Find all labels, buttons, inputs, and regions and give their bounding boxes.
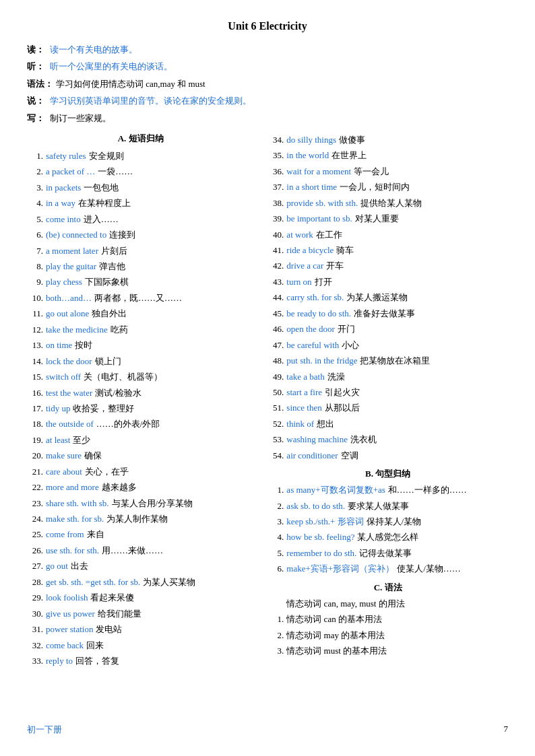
list-item: 39.be important to sb.对某人重要: [268, 211, 508, 226]
item-english: in a way: [46, 196, 75, 210]
grammar-text: 情态动词 may 的基本用法: [286, 628, 385, 642]
list-item: 51.since then从那以后: [268, 401, 508, 415]
item-chinese: 关（电灯、机器等）: [84, 370, 162, 384]
list-item: 1.as many+可数名词复数+as 和……一样多的……: [268, 483, 508, 497]
item-chinese: 为某人制作某物: [106, 512, 168, 526]
item-number: 35.: [268, 148, 286, 162]
item-english: be ready to do sth.: [286, 306, 351, 320]
list-item: 12.take the medicine吃药: [27, 322, 254, 337]
item-english: come from: [46, 527, 84, 541]
item-number: 31.: [27, 622, 46, 636]
list-item: 7.a moment later片刻后: [27, 244, 254, 258]
list-item: 34.do silly things做傻事: [268, 133, 508, 147]
item-chinese: 确保: [84, 448, 102, 462]
item-english: go out: [46, 559, 68, 573]
item-chinese: 等一会儿: [354, 164, 389, 178]
item-number: 1.: [268, 483, 286, 497]
list-item: 44.carry sth. for sb.为某人搬运某物: [268, 290, 508, 304]
item-english: a packet of …: [46, 164, 95, 178]
item-chinese: 想出: [317, 417, 334, 431]
list-item: 24.make sth. for sb.为某人制作某物: [27, 512, 254, 526]
list-item: 4.in a way在某种程度上: [27, 196, 254, 210]
intro-line: 说：学习识别英语单词里的音节。谈论在家的安全规则。: [27, 93, 508, 108]
item-number: 40.: [268, 228, 286, 242]
item-number: 47.: [268, 338, 286, 352]
item-chinese: 进入……: [84, 212, 119, 226]
item-english: do silly things: [286, 133, 336, 147]
list-item: 33.reply to回答，答复: [27, 654, 254, 668]
list-item: 20.make sure确保: [27, 448, 254, 462]
item-number: 16.: [27, 386, 46, 400]
list-item: 4.how be sb. feeling? 某人感觉怎么样: [268, 530, 508, 544]
list-item: 13.on time按时: [27, 338, 254, 352]
item-english: play chess: [46, 275, 82, 289]
item-number: 41.: [268, 243, 286, 257]
item-number: 20.: [27, 448, 46, 462]
list-item: 53.washing machine洗衣机: [268, 432, 508, 446]
item-chinese: 从那以后: [325, 401, 360, 415]
item-chinese: ……的外表/外部: [96, 417, 160, 431]
item-english: in the world: [286, 148, 329, 162]
item-chinese: 对某人重要: [355, 211, 399, 226]
item-chinese: 为某人买某物: [143, 575, 195, 589]
item-number: 3.: [268, 514, 286, 528]
intro-text: 学习如何使用情态动词 can,may 和 must: [56, 76, 206, 92]
item-chinese: 看起来呆傻: [90, 590, 134, 605]
item-english: make sure: [46, 448, 82, 462]
item-english: carry sth. for sb.: [286, 290, 344, 304]
item-chinese: 骑车: [336, 243, 354, 257]
intro-label: 说：: [27, 93, 47, 108]
intro-line: 写：制订一些家规。: [27, 110, 508, 126]
item-number: 25.: [27, 527, 46, 541]
item-number: 19.: [27, 433, 46, 447]
item-number: 2.: [268, 499, 286, 513]
item-chinese: 回来: [86, 638, 104, 652]
item-chinese: 收拾妥，整理好: [73, 401, 134, 415]
item-chinese: 锁上门: [95, 354, 121, 368]
item-chinese: 做傻事: [339, 133, 365, 147]
list-item: 37.in a short time一会儿，短时间内: [268, 180, 508, 194]
footer-page: 7: [504, 724, 509, 736]
intro-label: 读：: [27, 42, 47, 57]
list-item: 3.keep sb./sth.+ 形容词 保持某人/某物: [268, 514, 508, 528]
item-number: 8.: [27, 259, 46, 273]
list-item: 18.the outside of……的外表/外部: [27, 417, 254, 431]
item-english: make+宾语+形容词（宾补）: [286, 561, 394, 576]
item-number: 15.: [27, 370, 46, 384]
item-english: ask sb. to do sth.: [286, 499, 345, 513]
item-chinese: 吃药: [111, 322, 128, 337]
item-english: power station: [46, 622, 93, 636]
item-english: wait for a moment: [286, 164, 351, 178]
list-item: 1.情态动词 can 的基本用法: [268, 612, 508, 626]
list-item: 15.switch off关（电灯、机器等）: [27, 370, 254, 384]
item-number: 2.: [268, 628, 286, 642]
item-english: ride a bicycle: [286, 243, 334, 257]
item-chinese: 记得去做某事: [359, 546, 412, 560]
list-item: 14.lock the door锁上门: [27, 354, 254, 368]
item-english: as many+可数名词复数+as: [286, 483, 385, 497]
item-chinese: 越来越多: [102, 480, 137, 494]
item-number: 12.: [27, 322, 46, 337]
item-english: be careful with: [286, 338, 339, 352]
list-item: 11.go out alone独自外出: [27, 306, 254, 320]
item-number: 39.: [268, 211, 286, 226]
item-number: 1.: [268, 612, 286, 626]
item-chinese: 回答，答复: [75, 654, 119, 668]
item-number: 9.: [27, 275, 46, 289]
intro-label: 听：: [27, 59, 47, 74]
item-english: get sb. sth. =get sth. for sb.: [46, 575, 140, 589]
list-item: 49.take a bath洗澡: [268, 370, 508, 384]
item-english: safety rules: [46, 149, 86, 163]
grammar-text: 情态动词 can 的基本用法: [286, 612, 382, 626]
item-english: (be) connected to: [46, 228, 106, 242]
item-english: go out alone: [46, 306, 89, 320]
item-chinese: 至少: [73, 433, 90, 447]
item-number: 43.: [268, 275, 286, 289]
item-number: 48.: [268, 353, 286, 368]
item-english: keep sb./sth.+ 形容词: [286, 514, 363, 528]
item-number: 5.: [27, 212, 46, 226]
item-number: 6.: [268, 561, 286, 576]
list-item: 3.in packets一包包地: [27, 180, 254, 195]
item-number: 14.: [27, 354, 46, 368]
item-number: 17.: [27, 401, 46, 415]
